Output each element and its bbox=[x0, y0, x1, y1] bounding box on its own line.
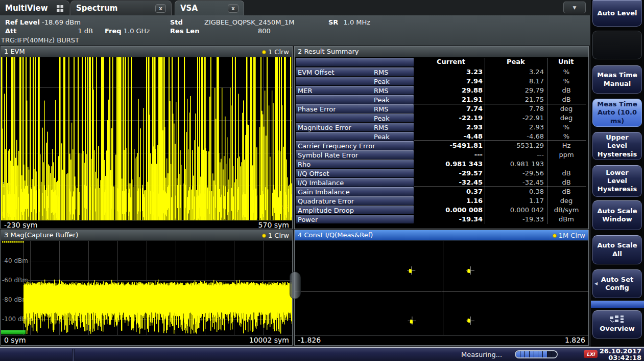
result-row-label: Phase ErrorRMS bbox=[296, 104, 414, 113]
softkey-label: Lower Level Hysteresis bbox=[597, 169, 637, 194]
capture-progress-green-bar bbox=[1, 330, 26, 334]
softkey-label: Auto Scale Window bbox=[597, 207, 637, 224]
peak-value: -19.33 bbox=[522, 215, 544, 223]
tab-spectrum[interactable]: Spectrum x bbox=[70, 1, 172, 15]
vsa-analyzer-screen: MultiView Spectrum x VSA x ▼ Ref Level -… bbox=[0, 0, 644, 361]
freq-label: Freq bbox=[105, 27, 122, 35]
std-label: Std bbox=[170, 18, 183, 26]
result-summary-window[interactable]: 2 Result Summary Current Peak Unit EVM O… bbox=[294, 46, 589, 229]
evm-x-start: -230 sym bbox=[4, 221, 37, 229]
constellation-title[interactable]: 4 Const I/Q(Meas&Ref) 1M Clrw bbox=[295, 230, 588, 241]
col-peak: Peak bbox=[507, 58, 525, 65]
unit-value: dB bbox=[547, 96, 585, 103]
group-divider bbox=[414, 104, 586, 104]
constellation-plot[interactable] bbox=[295, 241, 588, 335]
tab-multiview[interactable]: MultiView bbox=[0, 1, 69, 15]
current-value: -32.45 bbox=[459, 178, 483, 186]
freq-value: 1.0 GHz bbox=[124, 27, 150, 35]
result-row-label: Power bbox=[296, 215, 414, 223]
softkey-label: Auto Level bbox=[598, 9, 637, 17]
result-row-label: Quadrature Error bbox=[296, 196, 414, 205]
softkey-overview[interactable]: Overview bbox=[592, 310, 642, 339]
result-row-gain-imbalance: Gain Imbalance0.370.38dB bbox=[295, 187, 586, 196]
evm-x-stop: 570 sym bbox=[258, 221, 289, 229]
current-value: 1.16 bbox=[466, 197, 483, 205]
current-value: 21.91 bbox=[462, 96, 483, 103]
result-length-field[interactable]: Res Len bbox=[170, 27, 199, 35]
ref-level-field[interactable]: Ref Level -18.69 dBm bbox=[5, 18, 81, 26]
peak-value: 0.000 042 bbox=[510, 206, 544, 214]
softkey-label: Upper Level Hysteresis bbox=[597, 133, 637, 159]
standard-field[interactable]: Std ZIGBEE_OQPSK_2450M_1M bbox=[170, 18, 295, 26]
peak-value: 29.79 bbox=[525, 86, 544, 94]
mag-x-start: 0 sym bbox=[4, 336, 26, 344]
att-field[interactable]: Att 1 dB bbox=[5, 27, 93, 35]
evm-window-title[interactable]: 1 EVM 1 Clrw bbox=[1, 47, 292, 57]
result-row-peak: Peak-22.19-22.91deg bbox=[295, 114, 586, 123]
result-row-magnitude-error: Magnitude ErrorRMS2.932.93% bbox=[295, 123, 586, 132]
progress-segment bbox=[530, 351, 534, 357]
result-row-amplitude-droop: Amplitude Droop0.000 0080.000 042dB/sym bbox=[295, 206, 586, 215]
result-row-label: Peak bbox=[296, 77, 414, 85]
softkey-meas-time-manual[interactable]: Meas Time Manual bbox=[592, 65, 642, 94]
result-row-label: MERRMS bbox=[296, 86, 414, 95]
softkey-upper-level-hysteresis[interactable]: Upper Level Hysteresis bbox=[592, 132, 642, 160]
sr-value: 1.0 MHz bbox=[344, 18, 371, 26]
softkey-auto-level[interactable]: Auto Level bbox=[592, 0, 642, 27]
tab-spectrum-close-icon[interactable]: x bbox=[155, 4, 166, 13]
multiview-grid-icon bbox=[56, 5, 64, 12]
unit-value: dBm bbox=[547, 215, 585, 223]
result-row-label: Peak bbox=[296, 132, 414, 141]
tab-list-dropdown-button[interactable]: ▼ bbox=[563, 2, 586, 13]
softkey-auto-set-config[interactable]: Auto Set Config◀ bbox=[592, 269, 642, 298]
const-x-start: -1.826 bbox=[298, 336, 321, 344]
measurement-progress-bar bbox=[515, 350, 558, 358]
unit-value: % bbox=[547, 77, 585, 85]
trigger-value: TRG:IFP(40MHz) BURST bbox=[1, 36, 79, 44]
result-row-label: Gain Imbalance bbox=[296, 187, 414, 196]
status-bar: Measuring... LXI 26.10.2017 03:42:18 bbox=[0, 347, 644, 361]
freq-field[interactable]: Freq 1.0 GHz bbox=[105, 27, 150, 35]
progress-segment bbox=[534, 351, 539, 357]
unit-value: Hz bbox=[547, 142, 585, 149]
lxi-status-icon: LXI bbox=[584, 350, 598, 358]
group-divider bbox=[414, 187, 586, 187]
date-time-display: 26.10.2017 03:42:18 bbox=[600, 348, 641, 361]
result-row-peak: Peak-4.48-4.68% bbox=[295, 132, 586, 141]
evm-x-axis: -230 sym 570 sym bbox=[1, 220, 292, 229]
result-row-evm-offset: EVM OffsetRMS3.233.24% bbox=[295, 67, 586, 77]
result-row-label: Magnitude ErrorRMS bbox=[296, 123, 414, 131]
evm-window[interactable]: 1 EVM 1 Clrw 1 % Eval Eval -230 sym 570 … bbox=[1, 46, 293, 229]
tab-spectrum-label: Spectrum bbox=[76, 4, 117, 13]
result-summary-title[interactable]: 2 Result Summary bbox=[295, 47, 588, 57]
unit-value: deg bbox=[547, 197, 585, 205]
symbol-rate-field[interactable]: SR 1.0 MHz bbox=[328, 18, 370, 26]
peak-value: -29.56 bbox=[522, 169, 544, 177]
window-splitter-handle[interactable] bbox=[290, 272, 301, 299]
peak-value: 21.75 bbox=[525, 96, 544, 103]
unit-value: deg bbox=[547, 114, 585, 122]
chevron-down-icon: ▼ bbox=[573, 5, 577, 10]
evm-trace-legend: 1 Clrw bbox=[262, 48, 289, 56]
trigger-field[interactable]: TRG:IFP(40MHz) BURST bbox=[1, 36, 79, 44]
softkey-auto-scale-window[interactable]: Auto Scale Window bbox=[592, 200, 642, 230]
peak-value: -22.91 bbox=[522, 114, 544, 122]
tab-vsa[interactable]: VSA x bbox=[175, 1, 244, 15]
constellation-trace-legend: 1M Clrw bbox=[553, 232, 585, 239]
evm-plot[interactable] bbox=[1, 57, 292, 220]
softkey-lower-level-hysteresis[interactable]: Lower Level Hysteresis bbox=[592, 165, 642, 197]
mag-plot[interactable] bbox=[1, 241, 292, 335]
softkey-meas-time-auto-10-0-ms[interactable]: Meas Time Auto (10.0 ms) bbox=[592, 99, 642, 127]
softkey-auto-scale-all[interactable]: Auto Scale All bbox=[592, 235, 642, 264]
current-value: -4.48 bbox=[464, 132, 483, 140]
tab-vsa-close-icon[interactable]: x bbox=[228, 4, 238, 13]
peak-value: 0.38 bbox=[529, 188, 544, 195]
sr-label: SR bbox=[328, 18, 338, 26]
mag-capture-window[interactable]: 3 Mag(Capture Buffer) 1 Clrw -40 dBm -60… bbox=[1, 230, 293, 346]
progress-segment bbox=[552, 351, 557, 357]
current-value: 29.88 bbox=[462, 86, 483, 94]
softkey-label: Meas Time Manual bbox=[597, 71, 637, 88]
result-row-label: Symbol Rate Error bbox=[296, 150, 414, 159]
constellation-window[interactable]: 4 Const I/Q(Meas&Ref) 1M Clrw -1.826 1.8… bbox=[294, 230, 589, 346]
mag-capture-title[interactable]: 3 Mag(Capture Buffer) 1 Clrw bbox=[1, 230, 292, 241]
